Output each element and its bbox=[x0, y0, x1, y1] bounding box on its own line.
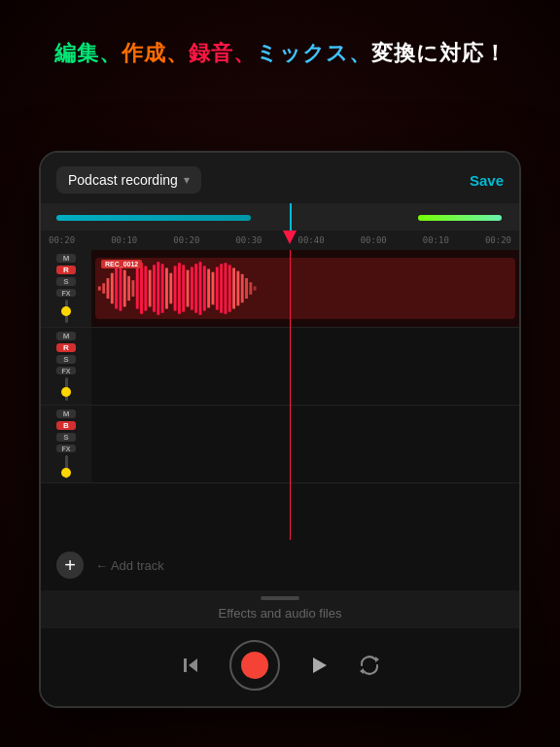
svg-rect-1 bbox=[102, 283, 105, 294]
time-label-3: 00:20 bbox=[173, 235, 199, 245]
svg-rect-29 bbox=[220, 264, 223, 312]
track-1-solo-button[interactable]: S bbox=[56, 277, 76, 286]
tag-create: 作成、 bbox=[122, 41, 189, 65]
track-2-controls: M R S FX bbox=[41, 328, 91, 405]
track-1-mute-button[interactable]: M bbox=[56, 254, 76, 263]
track-2-volume-slider[interactable] bbox=[65, 377, 68, 401]
waveform-svg bbox=[95, 258, 515, 319]
record-button[interactable] bbox=[229, 640, 280, 691]
add-track-button[interactable]: + bbox=[56, 551, 84, 579]
chevron-down-icon: ▾ bbox=[184, 173, 190, 187]
waveform-container[interactable]: REC_0012 bbox=[95, 258, 515, 319]
svg-rect-32 bbox=[232, 268, 235, 309]
track-3: M B S FX bbox=[41, 406, 519, 483]
svg-rect-15 bbox=[161, 264, 164, 312]
svg-rect-33 bbox=[236, 271, 239, 306]
svg-rect-35 bbox=[245, 278, 248, 299]
track-1-volume-thumb bbox=[61, 306, 71, 316]
svg-rect-17 bbox=[169, 273, 172, 304]
svg-rect-20 bbox=[182, 265, 185, 311]
bottom-panel-handle[interactable] bbox=[41, 590, 519, 606]
track-1-fx-button[interactable]: FX bbox=[56, 289, 76, 297]
svg-rect-3 bbox=[111, 273, 114, 304]
track-1-controls: M R S FX bbox=[41, 250, 91, 327]
loop-icon bbox=[358, 654, 381, 677]
bottom-panel: Effects and audio files bbox=[41, 590, 519, 628]
playhead-triangle bbox=[283, 231, 297, 244]
svg-rect-30 bbox=[224, 263, 227, 314]
svg-rect-11 bbox=[144, 266, 147, 310]
svg-rect-0 bbox=[98, 286, 101, 290]
svg-rect-18 bbox=[174, 266, 177, 310]
device-frame: Podcast recording ▾ Save 00:20 00:10 00:… bbox=[39, 151, 521, 708]
transport bbox=[41, 628, 519, 706]
svg-rect-7 bbox=[127, 276, 130, 301]
track-1-content: REC_0012 bbox=[91, 250, 519, 327]
track-1-volume-slider[interactable] bbox=[65, 300, 68, 323]
svg-rect-26 bbox=[207, 269, 210, 308]
track-3-volume-slider[interactable] bbox=[65, 455, 68, 479]
track-2: M R S FX bbox=[41, 328, 519, 406]
time-label-5: 00:40 bbox=[298, 235, 325, 245]
track-2-volume-thumb bbox=[61, 387, 71, 397]
progress-bars-container bbox=[41, 203, 519, 231]
svg-rect-39 bbox=[184, 658, 187, 672]
svg-marker-40 bbox=[313, 658, 327, 673]
timeline-header: 00:20 00:10 00:20 00:30 00:40 00:00 00:1… bbox=[41, 203, 519, 250]
save-button[interactable]: Save bbox=[470, 172, 504, 189]
track-3-record-button[interactable]: B bbox=[56, 421, 76, 430]
svg-rect-28 bbox=[216, 267, 219, 309]
time-ruler: 00:20 00:10 00:20 00:30 00:40 00:00 00:1… bbox=[41, 231, 519, 250]
loop-button[interactable] bbox=[358, 654, 381, 677]
svg-rect-12 bbox=[149, 270, 152, 307]
app-container: Podcast recording ▾ Save 00:20 00:10 00:… bbox=[41, 153, 519, 706]
track-1-record-button[interactable]: R bbox=[56, 266, 76, 274]
tagline: 編集、作成、録音、ミックス、変換に対応！ bbox=[0, 0, 560, 88]
svg-rect-25 bbox=[203, 266, 206, 310]
time-ruler-inner: 00:20 00:10 00:20 00:30 00:40 00:00 00:1… bbox=[49, 235, 511, 245]
svg-rect-27 bbox=[212, 272, 215, 305]
svg-rect-14 bbox=[157, 262, 159, 315]
rewind-button[interactable] bbox=[179, 654, 202, 677]
svg-rect-5 bbox=[119, 266, 122, 310]
project-selector[interactable]: Podcast recording ▾ bbox=[56, 166, 201, 194]
svg-rect-23 bbox=[194, 264, 197, 312]
svg-rect-36 bbox=[249, 282, 252, 295]
svg-rect-19 bbox=[178, 263, 181, 314]
track-2-record-button[interactable]: R bbox=[56, 343, 76, 352]
play-button[interactable] bbox=[307, 654, 331, 677]
svg-marker-41 bbox=[375, 657, 379, 662]
waveform-clip-label: REC_0012 bbox=[101, 260, 142, 268]
tag-support: 変換に対応！ bbox=[371, 41, 507, 65]
svg-rect-24 bbox=[199, 262, 202, 315]
time-label-8: 00:20 bbox=[485, 235, 511, 245]
track-3-fx-button[interactable]: FX bbox=[56, 445, 76, 452]
progress-marker bbox=[290, 203, 292, 231]
record-dot-icon bbox=[241, 652, 268, 679]
track-2-mute-button[interactable]: M bbox=[56, 332, 76, 340]
time-label-2: 00:10 bbox=[111, 235, 137, 245]
svg-rect-37 bbox=[254, 286, 257, 290]
rewind-icon bbox=[179, 654, 202, 677]
svg-rect-6 bbox=[123, 270, 126, 307]
time-label-1: 00:20 bbox=[49, 235, 75, 245]
project-name: Podcast recording bbox=[68, 172, 178, 188]
track-2-solo-button[interactable]: S bbox=[56, 355, 76, 364]
time-label-4: 00:30 bbox=[235, 235, 262, 245]
track-2-content bbox=[91, 328, 519, 405]
tag-edit: 編集、 bbox=[54, 41, 122, 65]
track-3-solo-button[interactable]: S bbox=[56, 433, 76, 442]
tag-mix: ミックス、 bbox=[256, 41, 371, 65]
track-3-volume-thumb bbox=[61, 468, 71, 478]
svg-marker-42 bbox=[360, 668, 364, 674]
time-label-6: 00:00 bbox=[361, 235, 387, 245]
tracks-area: M R S FX REC_0012 bbox=[41, 250, 519, 540]
track-3-content bbox=[91, 406, 519, 482]
track-2-fx-button[interactable]: FX bbox=[56, 367, 76, 374]
handle-bar bbox=[261, 596, 299, 600]
svg-rect-10 bbox=[140, 263, 143, 314]
progress-bar-cyan bbox=[56, 215, 251, 221]
track-3-mute-button[interactable]: M bbox=[56, 409, 76, 418]
bottom-panel-label: Effects and audio files bbox=[41, 606, 519, 628]
track-3-controls: M B S FX bbox=[41, 406, 91, 482]
